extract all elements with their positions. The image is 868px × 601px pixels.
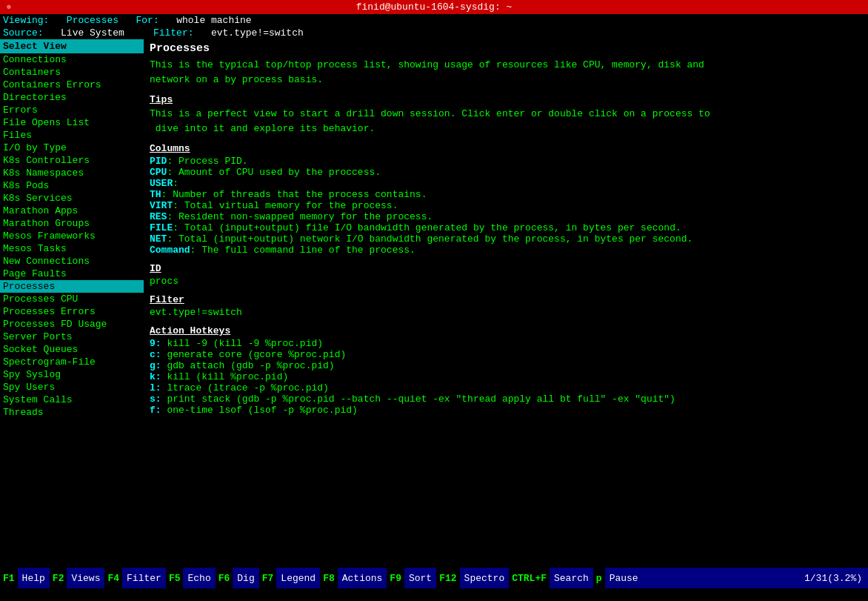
- sidebar-item[interactable]: Directories: [0, 91, 144, 104]
- sidebar-item[interactable]: New Connections: [0, 255, 144, 268]
- sidebar[interactable]: Select View ConnectionsContainersContain…: [0, 39, 144, 568]
- sidebar-item[interactable]: Containers: [0, 66, 144, 79]
- sidebar-item[interactable]: Page Faults: [0, 268, 144, 280]
- sidebar-item[interactable]: Processes FD Usage: [0, 318, 144, 331]
- id-title: ID: [150, 263, 862, 274]
- status-label: Echo: [183, 568, 215, 588]
- window-title: finid@ubuntu-1604-sysdig: ~: [356, 1, 513, 13]
- sidebar-item[interactable]: Processes: [0, 280, 144, 293]
- status-item[interactable]: F1Help: [0, 568, 50, 588]
- content-panel: Processes This is the typical top/htop p…: [144, 39, 868, 568]
- columns-list: PID: Process PID.CPU: Amount of CPU used…: [150, 156, 862, 256]
- window-icon: ●: [6, 1, 12, 13]
- status-label: Views: [67, 568, 104, 588]
- id-section: ID procs: [150, 263, 862, 287]
- status-key: p: [593, 568, 605, 588]
- columns-section: Columns PID: Process PID.CPU: Amount of …: [150, 143, 862, 256]
- page-info: 1/31(3.2%): [798, 571, 868, 585]
- columns-title: Columns: [150, 143, 862, 154]
- sidebar-item[interactable]: Mesos Frameworks: [0, 230, 144, 242]
- sidebar-item[interactable]: Threads: [0, 406, 144, 419]
- sidebar-item[interactable]: Spectrogram-File: [0, 356, 144, 368]
- hotkeys-list: 9: kill -9 (kill -9 %proc.pid)c: generat…: [150, 338, 862, 416]
- sidebar-item[interactable]: File Opens List: [0, 116, 144, 129]
- status-label: Actions: [338, 568, 387, 588]
- status-label: Filter: [122, 568, 166, 588]
- status-label: Spectro: [460, 568, 510, 588]
- status-item[interactable]: F12Spectro: [436, 568, 509, 588]
- viewing-label: Viewing:: [3, 15, 49, 26]
- status-bar: F1HelpF2ViewsF4FilterF5EchoF6DigF7Legend…: [0, 568, 868, 588]
- status-label: Legend: [276, 568, 320, 588]
- desc-line2: network on a by process basis.: [150, 74, 323, 85]
- hotkey-item: 9: kill -9 (kill -9 %proc.pid): [150, 338, 862, 349]
- hotkey-item: c: generate core (gcore %proc.pid): [150, 349, 862, 360]
- status-item[interactable]: F6Dig: [216, 568, 259, 588]
- status-label: Search: [550, 568, 593, 588]
- main-container: Select View ConnectionsContainersContain…: [0, 39, 868, 568]
- id-value: procs: [150, 276, 862, 287]
- status-key: F9: [387, 568, 404, 588]
- hotkey-item: l: ltrace (ltrace -p %proc.pid): [150, 382, 862, 394]
- column-item: VIRT: Total virtual memory for the proce…: [150, 200, 862, 211]
- sidebar-item[interactable]: System Calls: [0, 394, 144, 406]
- status-item[interactable]: F2Views: [50, 568, 105, 588]
- hotkeys-title: Action Hotkeys: [150, 325, 862, 336]
- sidebar-item[interactable]: Containers Errors: [0, 79, 144, 91]
- hotkey-item: k: kill (kill %proc.pid): [150, 371, 862, 382]
- column-item: PID: Process PID.: [150, 156, 862, 167]
- viewing-line: Viewing: Processes For: whole machine: [0, 14, 868, 27]
- sidebar-item[interactable]: Processes Errors: [0, 305, 144, 318]
- content-description: This is the typical top/htop process lis…: [150, 58, 862, 87]
- status-item[interactable]: pPause: [593, 568, 643, 588]
- status-item[interactable]: CTRL+FSearch: [509, 568, 593, 588]
- status-key: F4: [104, 568, 122, 588]
- source-value: Live System: [61, 27, 124, 39]
- sidebar-item[interactable]: K8s Namespaces: [0, 167, 144, 179]
- sidebar-item[interactable]: Spy Syslog: [0, 368, 144, 381]
- sidebar-item[interactable]: Server Ports: [0, 331, 144, 343]
- for-value: whole machine: [176, 15, 251, 26]
- content-title: Processes: [150, 42, 862, 55]
- column-item: Command: The full command line of the pr…: [150, 245, 862, 256]
- status-label: Help: [18, 568, 50, 588]
- sidebar-item[interactable]: Files: [0, 129, 144, 142]
- status-item[interactable]: F9Sort: [387, 568, 436, 588]
- sidebar-item[interactable]: Mesos Tasks: [0, 242, 144, 255]
- column-item: CPU: Amount of CPU used by the proccess.: [150, 167, 862, 178]
- sidebar-item[interactable]: K8s Pods: [0, 179, 144, 192]
- sidebar-item[interactable]: Socket Queues: [0, 343, 144, 356]
- sidebar-item[interactable]: Connections: [0, 53, 144, 66]
- sidebar-item[interactable]: I/O by Type: [0, 142, 144, 154]
- status-key: F7: [259, 568, 277, 588]
- column-item: USER:: [150, 178, 862, 189]
- status-label: Dig: [233, 568, 258, 588]
- desc-line1: This is the typical top/htop process lis…: [150, 59, 704, 70]
- source-filter-line: Source: Live System Filter: evt.type!=sw…: [0, 27, 868, 39]
- sidebar-item[interactable]: K8s Controllers: [0, 154, 144, 167]
- column-item: RES: Resident non-swapped memory for the…: [150, 211, 862, 222]
- sidebar-item[interactable]: K8s Services: [0, 192, 144, 205]
- filter-section: Filter evt.type!=switch: [150, 294, 862, 318]
- status-key: F5: [166, 568, 184, 588]
- status-key: F1: [0, 568, 18, 588]
- status-item[interactable]: F7Legend: [259, 568, 320, 588]
- filter-value: evt.type!=switch: [211, 27, 304, 39]
- sidebar-header[interactable]: Select View: [0, 39, 144, 53]
- tips-title: Tips: [150, 94, 862, 105]
- hotkeys-section: Action Hotkeys 9: kill -9 (kill -9 %proc…: [150, 325, 862, 416]
- status-item[interactable]: F4Filter: [104, 568, 165, 588]
- status-items: F1HelpF2ViewsF4FilterF5EchoF6DigF7Legend…: [0, 568, 643, 588]
- filter-label: Filter:: [153, 27, 194, 39]
- hotkey-item: s: print stack (gdb -p %proc.pid --batch…: [150, 394, 862, 405]
- filter-section-title: Filter: [150, 294, 862, 305]
- status-label: Sort: [404, 568, 436, 588]
- sidebar-item[interactable]: Spy Users: [0, 381, 144, 394]
- sidebar-item[interactable]: Errors: [0, 104, 144, 116]
- status-item[interactable]: F5Echo: [166, 568, 216, 588]
- status-key: CTRL+F: [509, 568, 550, 588]
- sidebar-item[interactable]: Marathon Apps: [0, 205, 144, 217]
- status-item[interactable]: F8Actions: [320, 568, 387, 588]
- sidebar-item[interactable]: Marathon Groups: [0, 217, 144, 230]
- sidebar-item[interactable]: Processes CPU: [0, 293, 144, 305]
